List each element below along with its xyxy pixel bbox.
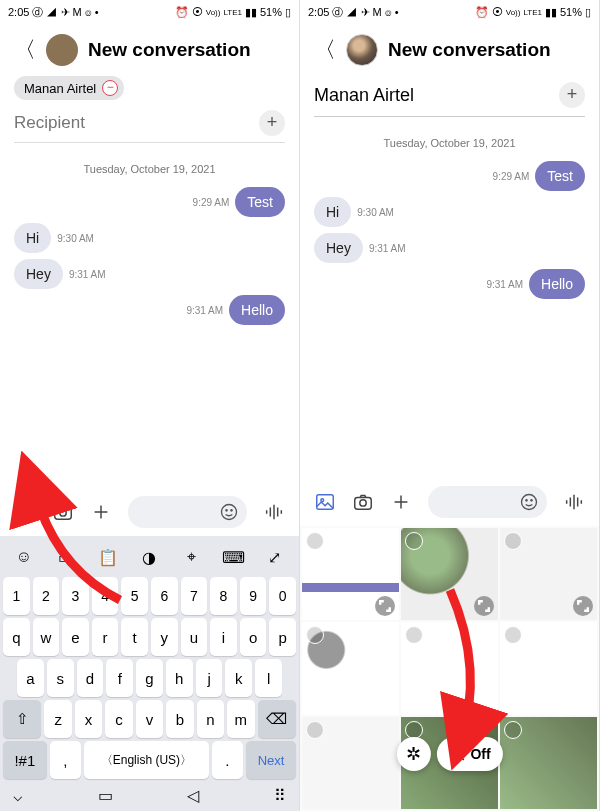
keyboard-toggle-icon[interactable]: ⠿ [274, 786, 286, 805]
key-e[interactable]: e [62, 618, 89, 656]
recipient-input[interactable] [14, 113, 259, 133]
gallery-thumb[interactable] [500, 622, 597, 714]
message-bubble-in[interactable]: Hi [14, 223, 51, 253]
picker-settings-button[interactable]: ✲ [396, 737, 430, 771]
gallery-thumb[interactable] [401, 528, 498, 620]
key-h[interactable]: h [166, 659, 193, 697]
key-q[interactable]: q [3, 618, 30, 656]
camera-button[interactable] [352, 491, 374, 513]
kb-scan-icon[interactable]: ⌖ [180, 546, 202, 568]
key-b[interactable]: b [166, 700, 193, 738]
key-2[interactable]: 2 [33, 577, 60, 615]
key-k[interactable]: k [225, 659, 252, 697]
key-symbols[interactable]: !#1 [3, 741, 47, 779]
key-a[interactable]: a [17, 659, 44, 697]
keyboard-hide-icon[interactable]: ⌵ [13, 786, 23, 805]
kb-sticker-icon[interactable]: ▭ [55, 546, 77, 568]
camera-button[interactable] [52, 501, 74, 523]
message-bubble-out[interactable]: Hello [229, 295, 285, 325]
emoji-icon[interactable] [219, 502, 239, 522]
gallery-thumb[interactable] [302, 528, 399, 620]
add-recipient-button[interactable]: + [559, 82, 585, 108]
nav-home-icon[interactable]: ▭ [98, 786, 113, 805]
key-1[interactable]: 1 [3, 577, 30, 615]
voice-button[interactable] [263, 501, 285, 523]
key-6[interactable]: 6 [151, 577, 178, 615]
key-9[interactable]: 9 [240, 577, 267, 615]
battery-icon: ▯ [285, 6, 291, 19]
message-bubble-out[interactable]: Hello [529, 269, 585, 299]
key-z[interactable]: z [44, 700, 71, 738]
key-7[interactable]: 7 [181, 577, 208, 615]
message-row: 9:29 AM Test [14, 187, 285, 217]
key-5[interactable]: 5 [121, 577, 148, 615]
message-bubble-in[interactable]: Hi [314, 197, 351, 227]
key-l[interactable]: l [255, 659, 282, 697]
back-button[interactable]: 〈 [314, 35, 336, 65]
key-space[interactable]: 〈 English (US) 〉 [84, 741, 209, 779]
chip-remove-icon[interactable]: − [102, 80, 118, 96]
key-j[interactable]: j [196, 659, 223, 697]
key-g[interactable]: g [136, 659, 163, 697]
message-time: 9:30 AM [57, 233, 94, 244]
kb-expand-icon[interactable]: ⤢ [264, 546, 286, 568]
key-x[interactable]: x [75, 700, 102, 738]
gallery-button[interactable] [314, 491, 336, 513]
voice-button[interactable] [563, 491, 585, 513]
gallery-thumb[interactable] [500, 528, 597, 620]
key-v[interactable]: v [136, 700, 163, 738]
key-comma[interactable]: , [50, 741, 81, 779]
message-input[interactable] [128, 496, 247, 528]
key-w[interactable]: w [33, 618, 60, 656]
gallery-thumb[interactable] [500, 717, 597, 809]
key-d[interactable]: d [77, 659, 104, 697]
key-backspace[interactable]: ⌫ [258, 700, 296, 738]
plus-button[interactable] [390, 491, 412, 513]
svg-point-12 [526, 500, 527, 501]
key-next[interactable]: Next [246, 741, 296, 779]
key-o[interactable]: o [240, 618, 267, 656]
key-8[interactable]: 8 [210, 577, 237, 615]
key-4[interactable]: 4 [92, 577, 119, 615]
add-recipient-button[interactable]: + [259, 110, 285, 136]
message-bubble-in[interactable]: Hey [314, 233, 363, 263]
avatar[interactable] [46, 34, 78, 66]
kb-settings-icon[interactable]: ⌨ [222, 546, 244, 568]
key-n[interactable]: n [197, 700, 224, 738]
key-y[interactable]: y [151, 618, 178, 656]
gallery-thumb[interactable] [302, 622, 399, 714]
gallery-thumb[interactable] [401, 622, 498, 714]
keyboard[interactable]: ☺ ▭ 📋 ◑ ⌖ ⌨ ⤢ 1234567890 qwertyuiop asdf… [0, 536, 299, 811]
gallery-thumb[interactable] [302, 717, 399, 809]
recipient-name[interactable]: Manan Airtel [314, 85, 414, 106]
key-p[interactable]: p [269, 618, 296, 656]
key-c[interactable]: c [105, 700, 132, 738]
message-input[interactable] [428, 486, 547, 518]
message-bubble-out[interactable]: Test [535, 161, 585, 191]
key-u[interactable]: u [181, 618, 208, 656]
gallery-button[interactable] [14, 501, 36, 523]
message-bubble-in[interactable]: Hey [14, 259, 63, 289]
kb-emoji-icon[interactable]: ☺ [13, 546, 35, 568]
key-r[interactable]: r [92, 618, 119, 656]
recipient-chip[interactable]: Manan Airtel − [14, 76, 124, 100]
key-shift[interactable]: ⇧ [3, 700, 41, 738]
avatar[interactable] [346, 34, 378, 66]
back-button[interactable]: 〈 [14, 35, 36, 65]
kb-clipboard-icon[interactable]: 📋 [97, 546, 119, 568]
kb-gif-icon[interactable]: ◑ [138, 546, 160, 568]
key-period[interactable]: . [212, 741, 243, 779]
key-m[interactable]: m [227, 700, 254, 738]
key-i[interactable]: i [210, 618, 237, 656]
message-bubble-out[interactable]: Test [235, 187, 285, 217]
emoji-icon[interactable] [519, 492, 539, 512]
key-s[interactable]: s [47, 659, 74, 697]
key-0[interactable]: 0 [269, 577, 296, 615]
key-t[interactable]: t [121, 618, 148, 656]
key-3[interactable]: 3 [62, 577, 89, 615]
nav-back-icon[interactable]: ◁ [187, 786, 199, 805]
cloud-sync-toggle[interactable]: Off [436, 737, 502, 771]
gallery-picker[interactable]: ✲ Off [300, 526, 599, 811]
plus-button[interactable] [90, 501, 112, 523]
key-f[interactable]: f [106, 659, 133, 697]
